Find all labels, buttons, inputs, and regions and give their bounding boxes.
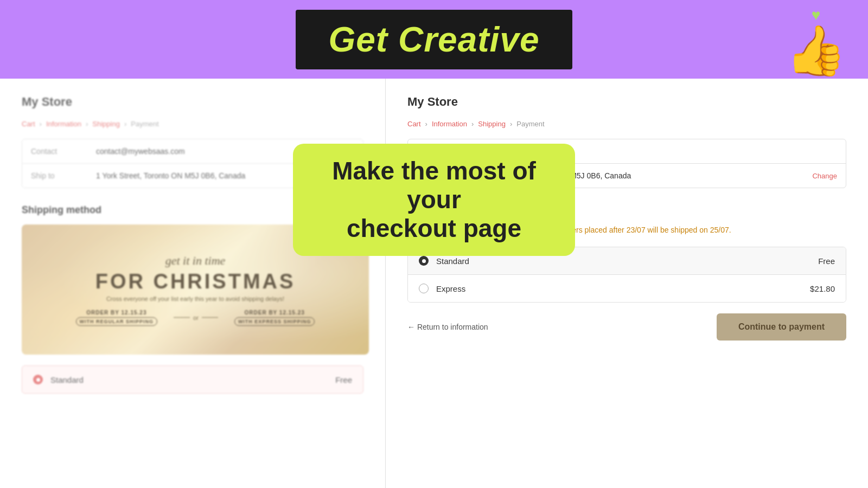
right-panel: My Store Cart › Information › Shipping ›… — [386, 79, 868, 488]
breadcrumb-left: Cart › Information › Shipping › Payment — [22, 120, 363, 128]
breadcrumb-payment-right[interactable]: Payment — [516, 120, 544, 128]
regular-date: ORDER BY 12.15.23 — [76, 310, 158, 316]
or-line-left — [174, 317, 190, 318]
regular-method: WITH REGULAR SHIPPING — [76, 317, 158, 326]
radio-inner-dark — [422, 259, 426, 263]
breadcrumb-payment[interactable]: Payment — [131, 120, 158, 128]
radio-express-right[interactable] — [419, 284, 429, 293]
breadcrumb-info[interactable]: Information — [46, 120, 81, 128]
banner-for-christmas: FOR CHRISTMAS — [95, 270, 296, 293]
shipping-option-left[interactable]: Standard Free — [22, 365, 363, 394]
callout-line2: checkout page — [347, 214, 521, 242]
store-name-right: My Store — [407, 95, 846, 109]
banner-regular-col: ORDER BY 12.15.23 WITH REGULAR SHIPPING — [76, 310, 158, 326]
express-label-right: Express — [436, 284, 802, 293]
express-method: WITH EXPRESS SHIPPING — [234, 317, 315, 326]
standard-price-left: Free — [335, 375, 352, 384]
radio-inner — [36, 378, 40, 382]
callout-line1: Make the most of your — [332, 157, 536, 214]
change-link-right[interactable]: Change — [812, 172, 837, 180]
or-text: or — [193, 314, 199, 321]
breadcrumb-shipping-right[interactable]: Shipping — [478, 120, 506, 128]
banner-or: or — [174, 314, 218, 321]
banner-express-col: ORDER BY 12.15.23 WITH EXPRESS SHIPPING — [234, 310, 315, 326]
heart-icon: ♥ — [812, 7, 821, 24]
banner-get-it: get it in time — [165, 254, 226, 268]
banner-shipping-row: ORDER BY 12.15.23 WITH REGULAR SHIPPING … — [76, 310, 315, 326]
breadcrumb-cart-right[interactable]: Cart — [407, 120, 421, 128]
thumbs-up-area: ♥ 👍 — [786, 0, 846, 75]
callout-overlay: Make the most of your checkout page — [293, 144, 575, 256]
callout-text: Make the most of your checkout page — [319, 157, 549, 243]
header: Get Creative ♥ 👍 — [0, 0, 868, 79]
continue-to-payment-button[interactable]: Continue to payment — [717, 313, 846, 341]
express-price-right: $21.80 — [810, 284, 835, 293]
standard-label-right: Standard — [436, 256, 810, 266]
standard-label-left: Standard — [50, 375, 328, 384]
main-content: My Store Cart › Information › Shipping ›… — [0, 79, 868, 488]
breadcrumb-right: Cart › Information › Shipping › Payment — [407, 120, 846, 128]
breadcrumb-info-right[interactable]: Information — [432, 120, 467, 128]
store-name-left: My Store — [22, 95, 363, 109]
bottom-bar: ← Return to information Continue to paym… — [407, 313, 846, 341]
breadcrumb-cart[interactable]: Cart — [22, 120, 35, 128]
breadcrumb-shipping[interactable]: Shipping — [92, 120, 120, 128]
left-panel: My Store Cart › Information › Shipping ›… — [0, 79, 385, 488]
express-date: ORDER BY 12.15.23 — [234, 310, 315, 316]
title-box: Get Creative — [296, 10, 572, 69]
radio-standard-right[interactable] — [419, 256, 429, 266]
standard-price-right: Free — [818, 256, 835, 266]
return-to-info-link[interactable]: ← Return to information — [407, 323, 488, 331]
banner-subtitle: Cross everyone off your list early this … — [106, 296, 284, 302]
or-line-right — [202, 317, 218, 318]
page-title: Get Creative — [328, 20, 539, 60]
radio-standard-left[interactable] — [33, 375, 43, 384]
ship-to-label: Ship to — [31, 171, 96, 180]
thumbs-up-icon: 👍 — [786, 26, 846, 75]
contact-label: Contact — [31, 147, 96, 156]
shipping-option-express[interactable]: Express $21.80 — [408, 275, 846, 302]
